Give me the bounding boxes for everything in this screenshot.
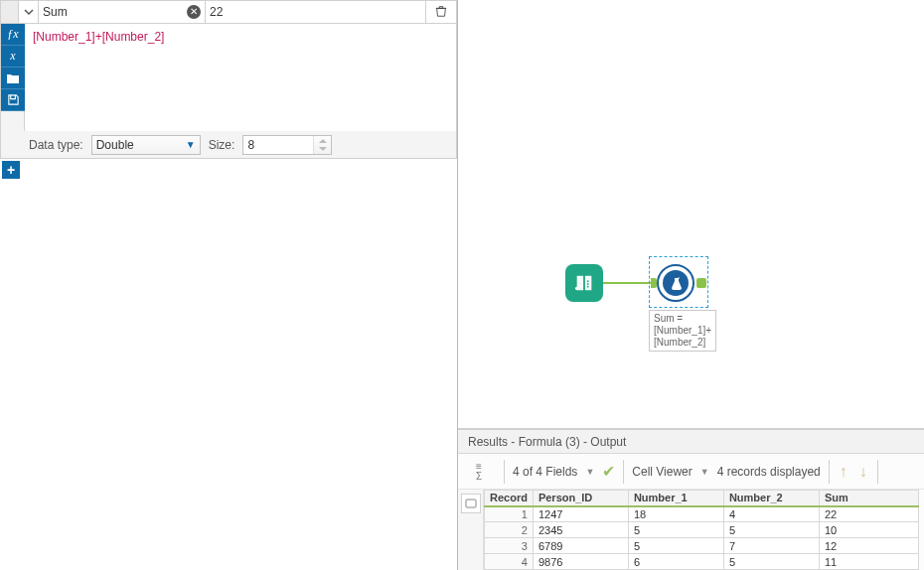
cell-person-id[interactable]: 9876 (533, 554, 628, 570)
check-icon[interactable]: ✔ (602, 462, 615, 481)
annotation-line-3: [Number_2] (654, 337, 711, 349)
data-view-icon[interactable] (461, 494, 481, 513)
variables-button[interactable]: x (1, 46, 25, 68)
output-field-name-input[interactable]: Sum ✕ (39, 1, 206, 23)
expression-toolbar: ƒx x (1, 24, 25, 131)
save-button[interactable] (1, 89, 25, 111)
data-type-value: Double (96, 138, 134, 152)
col-sum[interactable]: Sum (819, 491, 918, 506)
col-number-2[interactable]: Number_2 (723, 491, 819, 506)
output-anchor[interactable] (696, 278, 706, 288)
field-name-text: Sum (43, 5, 68, 19)
add-field-button[interactable]: + (2, 161, 20, 179)
svg-rect-5 (466, 499, 476, 507)
delete-field-button[interactable] (426, 1, 456, 23)
data-type-select[interactable]: Double ▼ (91, 135, 201, 155)
row-index: 3 (485, 538, 534, 554)
clear-field-button[interactable]: ✕ (187, 5, 201, 19)
svg-point-4 (678, 277, 680, 279)
chevron-down-icon[interactable]: ▼ (700, 467, 709, 477)
table-row[interactable]: 367895712 (485, 538, 919, 554)
cell-sum[interactable]: 10 (819, 522, 918, 538)
cell-sum[interactable]: 22 (819, 506, 918, 522)
flask-icon (669, 276, 683, 290)
layout-icons[interactable]: ≡ Σ (466, 462, 492, 482)
cell-person-id[interactable]: 6789 (533, 538, 628, 554)
chevron-down-icon[interactable]: ▼ (585, 467, 594, 477)
chevron-down-icon (24, 7, 34, 17)
annotation-line-1: Sum = (654, 313, 711, 325)
formula-tool[interactable] (657, 264, 694, 302)
results-panel: Results - Formula (3) - Output ≡ Σ 4 of … (458, 429, 924, 570)
separator (877, 460, 878, 484)
cell-viewer-label[interactable]: Cell Viewer (632, 465, 692, 479)
cell-number-2[interactable]: 5 (723, 522, 819, 538)
cell-number-1[interactable]: 18 (628, 506, 723, 522)
formula-annotation[interactable]: Sum = [Number_1]+ [Number_2] (649, 310, 716, 352)
separator (504, 460, 505, 484)
save-icon (7, 93, 20, 106)
table-row[interactable]: 223455510 (485, 522, 919, 538)
col-record[interactable]: Record (485, 491, 534, 506)
field-row: Sum ✕ 22 (0, 0, 457, 24)
fields-summary[interactable]: 4 of 4 Fields (513, 465, 577, 479)
cell-person-id[interactable]: 1247 (533, 506, 628, 522)
results-side-icons (458, 490, 484, 570)
records-summary: 4 records displayed (717, 465, 821, 479)
expression-text: [Number_1]+[Number_2] (33, 30, 164, 44)
cell-sum[interactable]: 11 (819, 554, 918, 570)
formula-config-panel: Sum ✕ 22 ƒx x [Number_1]+[Number_2] Da (0, 0, 457, 570)
trash-icon (434, 4, 448, 21)
svg-point-1 (587, 283, 589, 285)
svg-point-2 (587, 286, 589, 288)
separator (623, 460, 624, 484)
expression-row: ƒx x [Number_1]+[Number_2] (0, 24, 457, 131)
cell-number-2[interactable]: 7 (723, 538, 819, 554)
rows-icon: ≡ (469, 462, 489, 472)
col-number-1[interactable]: Number_1 (628, 491, 723, 506)
chevron-down-icon: ▼ (186, 139, 196, 150)
book-icon (573, 272, 595, 294)
separator (829, 460, 830, 484)
data-type-label: Data type: (29, 138, 83, 152)
folder-icon (6, 72, 20, 84)
svg-point-0 (587, 280, 589, 282)
results-table[interactable]: Record Person_ID Number_1 Number_2 Sum 1… (484, 490, 919, 570)
size-input[interactable]: 8 (242, 135, 332, 155)
arrow-up-icon[interactable]: ↑ (838, 463, 849, 481)
size-value: 8 (247, 138, 254, 152)
table-row[interactable]: 1124718422 (485, 506, 919, 522)
cell-number-1[interactable]: 5 (628, 522, 723, 538)
expression-editor[interactable]: [Number_1]+[Number_2] (25, 24, 456, 131)
annotation-line-2: [Number_1]+ (654, 325, 711, 337)
row-index: 1 (485, 506, 534, 522)
size-label: Size: (209, 138, 235, 152)
svg-point-3 (676, 279, 678, 281)
cell-number-2[interactable]: 4 (723, 506, 819, 522)
folder-button[interactable] (1, 68, 25, 89)
col-person-id[interactable]: Person_ID (533, 491, 628, 506)
sigma-icon: Σ (469, 472, 489, 482)
cell-person-id[interactable]: 2345 (533, 522, 628, 538)
results-title-bar: Results - Formula (3) - Output (458, 430, 924, 454)
cell-number-1[interactable]: 5 (628, 538, 723, 554)
datatype-row: Data type: Double ▼ Size: 8 (0, 131, 457, 159)
cell-number-1[interactable]: 6 (628, 554, 723, 570)
row-index: 4 (485, 554, 534, 570)
table-row[interactable]: 498766511 (485, 554, 919, 570)
size-spinner[interactable] (313, 136, 331, 154)
row-handle[interactable] (1, 1, 19, 23)
expand-toggle[interactable] (19, 1, 39, 23)
row-index: 2 (485, 522, 534, 538)
cell-number-2[interactable]: 5 (723, 554, 819, 570)
table-header-row: Record Person_ID Number_1 Number_2 Sum (485, 491, 919, 506)
results-title: Results - Formula (3) - Output (468, 435, 626, 449)
input-data-tool[interactable] (565, 264, 603, 302)
output-field-value[interactable]: 22 (206, 1, 426, 23)
cell-sum[interactable]: 12 (819, 538, 918, 554)
fx-functions-button[interactable]: ƒx (1, 24, 25, 46)
workflow-right-pane: Sum = [Number_1]+ [Number_2] Results - F… (457, 0, 924, 570)
results-toolbar: ≡ Σ 4 of 4 Fields ▼ ✔ Cell Viewer ▼ 4 re… (458, 454, 924, 490)
workflow-canvas[interactable]: Sum = [Number_1]+ [Number_2] (458, 0, 924, 429)
arrow-down-icon[interactable]: ↓ (857, 463, 869, 481)
